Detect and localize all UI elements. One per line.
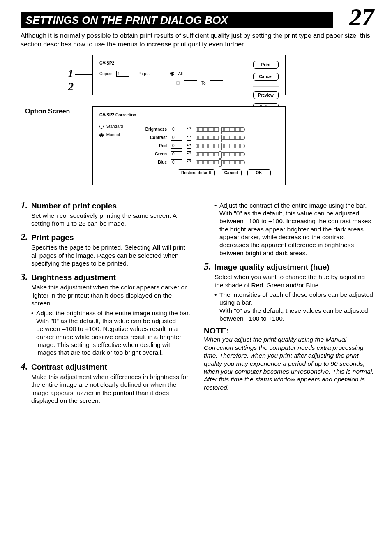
correction-dialog: GV-SP2 Correction Standard Manual Bright… <box>92 106 286 185</box>
section-title: SETTINGS ON THE PRINT DIALOG BOX 27 <box>21 12 333 28</box>
pages-to-input[interactable] <box>210 80 223 86</box>
option-screen-label: Option Screen <box>21 106 74 117</box>
left-column: 1.Number of print copies Set when consec… <box>21 200 192 409</box>
blue-input[interactable]: 0 <box>171 159 182 165</box>
print-button[interactable]: Print <box>253 61 279 69</box>
correction-dialog-title: GV-SP2 Correction <box>99 113 279 119</box>
green-slider[interactable] <box>196 152 245 156</box>
note-block: NOTE: When you adjust the print quality … <box>204 326 376 391</box>
s3-bullet: Adjust the brightness of the entire imag… <box>36 309 192 357</box>
callout-1: 1 <box>68 67 74 80</box>
pages-to-label: To <box>201 81 206 86</box>
s5-title: Image quality adjustment (hue) <box>214 263 330 271</box>
cancel-button[interactable]: Cancel <box>253 73 279 81</box>
blue-spinner[interactable]: ▲▼ <box>187 159 191 165</box>
s4-title: Contrast adjustment <box>31 363 107 371</box>
s2-body-bold: All <box>152 244 161 251</box>
s2-body-a: Specifies the page to be printed. Select… <box>31 244 152 251</box>
correction-dialog-shot: Option Screen 3 4 5 GV-SP2 Correction St… <box>92 106 376 185</box>
s4-num: 4. <box>21 361 31 372</box>
contrast-label: Contrast <box>141 135 167 140</box>
pages-all-label: All <box>178 72 183 76</box>
callout-2: 2 <box>68 80 74 93</box>
contrast-input[interactable]: 0 <box>171 135 182 141</box>
red-slider[interactable] <box>196 144 245 148</box>
correction-cancel-button[interactable]: Cancel <box>221 169 242 176</box>
section-4: 4.Contrast adjustment Make this adjustme… <box>21 361 192 405</box>
callout-4-line <box>357 141 392 141</box>
preview-button[interactable]: Preview <box>253 91 279 99</box>
s5-bullet: The intensities of each of these colors … <box>219 291 376 323</box>
s1-title: Number of print copies <box>31 201 117 210</box>
intro-paragraph: Although it is normally possible to obta… <box>21 32 376 49</box>
brightness-spinner[interactable]: ▲▼ <box>187 127 191 132</box>
pages-from-input[interactable] <box>184 80 197 86</box>
s5-num: 5. <box>204 261 214 272</box>
contrast-spinner[interactable]: ▲▼ <box>187 135 191 141</box>
standard-radio[interactable] <box>99 125 104 129</box>
print-dialog-shot: 1 2 GV-SP2 Copies 1 Pages All To Print C… <box>92 55 376 95</box>
s1-body: Set when consecutively printing the same… <box>31 212 192 228</box>
green-input[interactable]: 0 <box>171 151 182 157</box>
manual-radio[interactable] <box>99 133 104 137</box>
s2-body: Specifies the page to be printed. Select… <box>31 243 192 267</box>
correction-sliders: Brightness 0 ▲▼ Contrast 0 ▲▼ Red 0 ▲▼ <box>141 124 271 176</box>
green-spinner[interactable]: ▲▼ <box>187 151 191 157</box>
print-dialog: GV-SP2 Copies 1 Pages All To Print Cance… <box>92 55 286 95</box>
section-3: 3.Brightness adjustment Make this adjust… <box>21 271 192 356</box>
green-label: Green <box>141 152 167 156</box>
title-text: SETTINGS ON THE PRINT DIALOG BOX <box>25 14 228 26</box>
brightness-slider[interactable] <box>196 127 245 132</box>
restore-default-button[interactable]: Restore default <box>178 169 215 176</box>
section-4-cont: •Adjust the contrast of the entire image… <box>204 201 376 257</box>
red-input[interactable]: 0 <box>171 143 182 149</box>
s5-body: Select when you want to change the hue b… <box>214 273 376 289</box>
brightness-label: Brightness <box>141 127 167 132</box>
s2-num: 2. <box>21 231 31 243</box>
red-label: Red <box>141 143 167 148</box>
s3-num: 3. <box>21 271 31 282</box>
red-spinner[interactable]: ▲▼ <box>187 143 191 149</box>
s4-bullet: Adjust the contrast of the entire image … <box>219 201 376 257</box>
pages-all-radio[interactable] <box>170 72 174 76</box>
s3-body: Make this adjustment when the color appe… <box>31 283 192 307</box>
print-dialog-title: GV-SP2 <box>99 61 279 67</box>
section-1: 1.Number of print copies Set when consec… <box>21 200 192 228</box>
callout-5-line-c <box>332 169 392 169</box>
body-columns: 1.Number of print copies Set when consec… <box>21 200 376 409</box>
s1-num: 1. <box>21 200 31 211</box>
right-column: •Adjust the contrast of the entire image… <box>204 200 376 409</box>
copies-input[interactable]: 1 <box>116 71 129 77</box>
blue-slider[interactable] <box>196 160 245 164</box>
page-number: 27 <box>349 3 374 32</box>
pages-range-radio[interactable] <box>176 81 180 85</box>
callout-5-line-b <box>340 160 392 160</box>
blue-label: Blue <box>141 160 167 164</box>
callout-3-line <box>357 131 392 131</box>
s3-title: Brightness adjustment <box>31 273 116 282</box>
callout-5-line-a <box>348 151 392 151</box>
brightness-input[interactable]: 0 <box>171 127 182 132</box>
manual-label: Manual <box>106 133 120 137</box>
section-5: 5.Image quality adjustment (hue) Select … <box>204 261 376 322</box>
s4-body: Make this adjustment when differences in… <box>31 373 192 405</box>
print-dialog-buttons: Print Cancel Preview Option <box>253 61 279 111</box>
contrast-slider[interactable] <box>196 136 245 140</box>
section-2: 2.Print pages Specifies the page to be p… <box>21 231 192 267</box>
standard-label: Standard <box>106 124 123 129</box>
correction-ok-button[interactable]: OK <box>247 169 271 176</box>
copies-label: Copies <box>99 72 112 76</box>
note-heading: NOTE: <box>204 326 376 335</box>
note-body: When you adjust the print quality using … <box>204 335 376 391</box>
s2-title: Print pages <box>31 233 74 242</box>
pages-label: Pages <box>138 72 149 76</box>
